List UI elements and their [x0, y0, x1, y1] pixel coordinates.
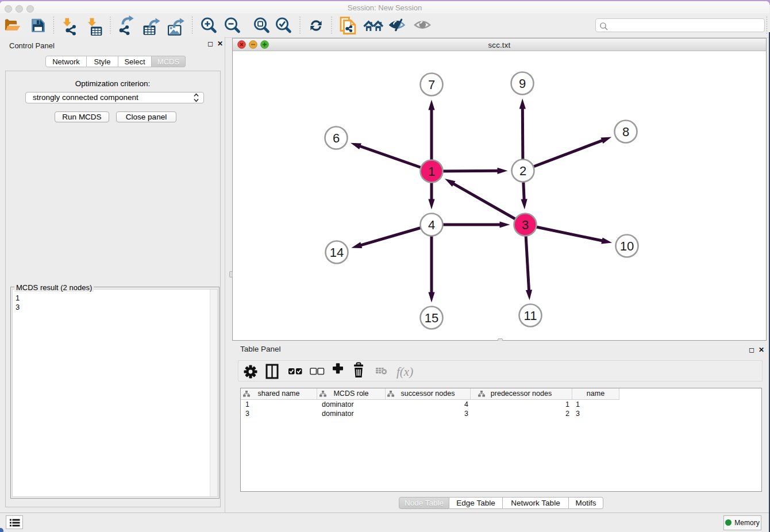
svg-text:7: 7 [428, 78, 435, 92]
svg-text:3: 3 [522, 218, 529, 232]
svg-text:2: 2 [519, 164, 526, 178]
svg-text:1: 1 [428, 164, 435, 179]
svg-text:9: 9 [519, 76, 526, 91]
svg-text:14: 14 [330, 245, 344, 260]
svg-text:11: 11 [524, 309, 537, 323]
svg-text:f(x): f(x) [396, 365, 413, 379]
svg-text:15: 15 [425, 311, 438, 325]
svg-text:6: 6 [333, 131, 340, 145]
svg-text:4: 4 [428, 218, 435, 232]
svg-text:8: 8 [622, 125, 629, 139]
svg-text:10: 10 [620, 239, 634, 253]
